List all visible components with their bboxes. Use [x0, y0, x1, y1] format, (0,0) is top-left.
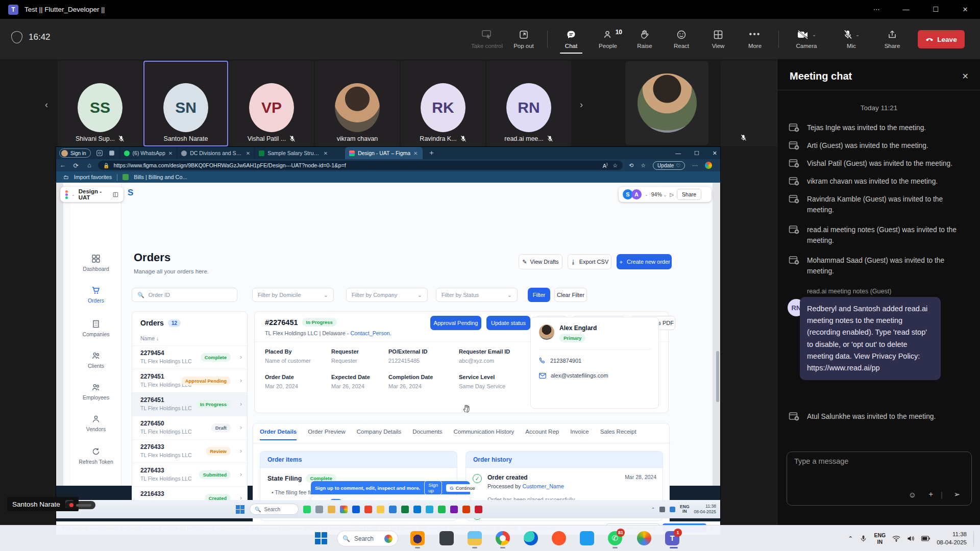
order-row[interactable]: 2279451 TL Flex Holdings LLC Approval Pe… [132, 369, 247, 392]
participant-tile[interactable]: VP Vishal Patil ... [229, 61, 314, 146]
mic-button[interactable]: ⌄ Mic [829, 30, 874, 49]
zoom-level[interactable]: 94% ⌄ [651, 191, 667, 197]
sidebar-item-employees[interactable]: Employees [70, 383, 121, 400]
clear-filter-button[interactable]: Clear Filter [554, 288, 587, 302]
shared-clock[interactable]: 11:3808-04-2025 [694, 504, 716, 514]
tray-icon[interactable] [670, 507, 675, 512]
raise-button[interactable]: Raise [626, 30, 663, 49]
browser-maximize-icon[interactable]: ☐ [694, 150, 699, 157]
participant-tile[interactable]: SN Santosh Narate [143, 61, 228, 146]
whatsapp-icon[interactable]: ✆81 [608, 531, 622, 545]
vscode-icon[interactable] [580, 531, 594, 545]
whatsapp-icon[interactable] [303, 506, 311, 513]
excel-icon[interactable] [401, 506, 409, 513]
adobe-icon[interactable] [475, 506, 482, 513]
app-icon[interactable] [389, 506, 397, 513]
tab-account-rep[interactable]: Account Rep [525, 429, 559, 435]
filter-company-select[interactable]: Filter by Company⌄ [346, 288, 428, 302]
order-row-selected[interactable]: 2276451 TL Flex Holdings LLC In Progress… [132, 392, 247, 416]
maximize-icon[interactable]: ☐ [921, 0, 950, 19]
refresh-icon[interactable]: ⟳ [69, 162, 83, 169]
browser-signin-button[interactable]: Sign in [59, 148, 91, 158]
browser-close-icon[interactable]: ✕ [713, 150, 717, 157]
battery-icon[interactable] [921, 536, 930, 541]
edge-icon[interactable] [352, 506, 360, 513]
contact-email[interactable]: alex@vstatefilings.com [551, 372, 608, 379]
taskbar-search-box[interactable]: 🔍 Search [337, 531, 398, 546]
app-icon[interactable] [438, 506, 446, 513]
create-order-button[interactable]: ＋Create new order [617, 254, 672, 269]
shared-language-indicator[interactable]: ENGIN [680, 505, 689, 514]
sidebar-item-dashboard[interactable]: Dashboard [70, 254, 121, 272]
view-drafts-button[interactable]: ✎View Drafts [519, 254, 562, 269]
tab-communication-history[interactable]: Communication History [453, 429, 514, 435]
chrome-icon[interactable] [496, 531, 510, 545]
favorite-star-icon[interactable]: ☆ [612, 162, 618, 169]
strip-prev-icon[interactable]: ‹ [41, 99, 52, 110]
pop-out-button[interactable]: Pop out [505, 30, 542, 49]
app-icon[interactable] [315, 506, 323, 513]
chat-button[interactable]: Chat [553, 30, 590, 49]
filter-status-select[interactable]: Filter by Status⌄ [436, 288, 518, 302]
tab-invoice[interactable]: Invoice [570, 429, 589, 435]
contact-phone[interactable]: 2123874901 [550, 358, 581, 364]
chevron-down-icon[interactable]: ⌄ [855, 32, 860, 37]
url-field[interactable]: 🔒 https://www.figma.com/design/9BKQ0FOHR… [98, 161, 623, 170]
home-icon[interactable]: ⌂ [83, 162, 96, 169]
google-continue-button[interactable]: GContinue [446, 484, 478, 492]
chrome-profile-icon[interactable] [637, 531, 651, 545]
tray-mic-icon[interactable] [860, 535, 867, 542]
collaborator-avatar[interactable]: A [631, 189, 642, 199]
share-button[interactable]: Share [874, 30, 911, 49]
back-icon[interactable]: ← [56, 162, 69, 169]
figma-file-pill[interactable]: ⌄ Design - UAT [60, 187, 124, 202]
tray-chevron-icon[interactable]: ⌃ [848, 535, 853, 542]
layout-icon[interactable] [113, 191, 118, 198]
browser-minimize-icon[interactable]: — [675, 150, 681, 156]
app-icon[interactable] [377, 506, 384, 513]
favorites-bar-icon[interactable]: ☆ [641, 162, 646, 169]
tab-actions-icon[interactable] [108, 149, 115, 157]
tab-close-icon[interactable]: ✕ [413, 151, 418, 156]
shared-start-icon[interactable] [236, 505, 244, 514]
wifi-icon[interactable] [892, 535, 900, 542]
emoji-icon[interactable]: ☺ [909, 490, 916, 499]
chevron-down-icon[interactable]: ⌄ [71, 192, 75, 197]
chevron-down-icon[interactable]: ⌄ [812, 32, 816, 37]
tab-company-details[interactable]: Company Details [357, 429, 402, 435]
minimize-icon[interactable]: — [891, 0, 921, 19]
participant-tile[interactable]: RN read.ai mee... [486, 61, 571, 146]
app-icon[interactable] [450, 506, 458, 513]
sidebar-item-clients[interactable]: Clients [70, 351, 121, 369]
app-icon[interactable] [439, 531, 454, 545]
people-button[interactable]: 10 People [590, 30, 626, 49]
filter-domicile-select[interactable]: Filter by Domicile⌄ [252, 288, 334, 302]
scrollbar-thumb[interactable] [716, 351, 719, 402]
tab-order-preview[interactable]: Order Preview [308, 429, 346, 435]
figma-share-button[interactable]: Share [677, 189, 701, 200]
order-row[interactable]: 2276450 TL Flex Holdings LLC Draft › [132, 416, 247, 439]
collections-icon[interactable]: ⟲ [629, 162, 633, 169]
chat-message-input[interactable] [794, 457, 958, 465]
attach-plus-icon[interactable]: ＋ [927, 489, 935, 499]
sidebar-item-vendors[interactable]: Vendors [70, 414, 121, 432]
figma-signup-button[interactable]: Sign up [424, 481, 442, 495]
chevron-down-icon[interactable]: ⌄ [645, 192, 648, 197]
tray-chevron-icon[interactable]: ⌃ [651, 507, 655, 512]
send-icon[interactable]: ➢ [953, 490, 960, 499]
approval-pending-button[interactable]: Approval Pending [430, 316, 481, 330]
more-button[interactable]: ••• More [737, 30, 773, 49]
tray-icon[interactable] [659, 507, 665, 512]
sort-column[interactable]: Name ↓ [140, 335, 159, 341]
start-button-icon[interactable] [315, 532, 327, 544]
app-icon[interactable] [426, 506, 433, 513]
read-aloud-icon[interactable]: A) [603, 162, 608, 169]
order-row[interactable]: 2276433 TL Flex Holdings LLC Review › [132, 439, 247, 463]
order-id-search[interactable]: 🔍 Order ID [132, 288, 237, 302]
leave-button[interactable]: Leave [918, 30, 965, 48]
tab-order-details[interactable]: Order Details [260, 429, 297, 435]
browser-menu-icon[interactable]: ⋯ [692, 162, 698, 169]
filter-apply-button[interactable]: Filter [528, 288, 550, 302]
outlook-icon[interactable] [413, 506, 421, 513]
browser-update-button[interactable]: Update ♡ [653, 161, 685, 170]
